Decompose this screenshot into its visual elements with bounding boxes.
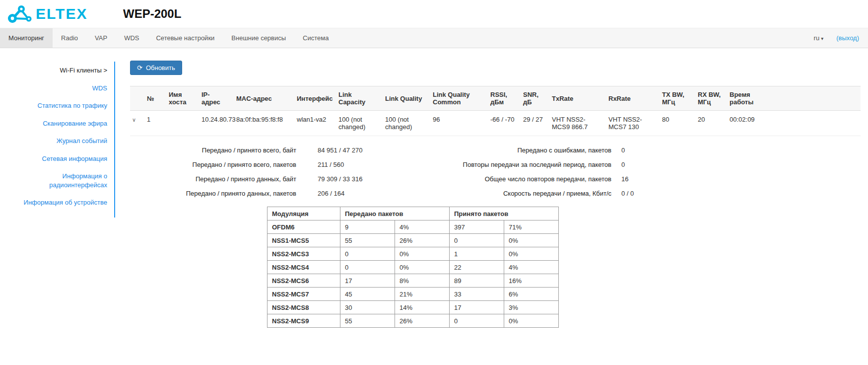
- wifi-clients-table: №Имя хостаIP-адресMAC-адресИнтерфейсLink…: [130, 86, 861, 136]
- sidebar: Wi-Fi клиенты >WDSСтатистика по трафикуС…: [0, 48, 115, 218]
- language-selector[interactable]: ru▾: [814, 34, 824, 42]
- mod-cell-tx-percent: 0%: [395, 247, 450, 261]
- stat-row: Передано / принято всего, байт84 951 / 4…: [130, 143, 440, 157]
- mod-cell-tx-count: 9: [340, 220, 395, 234]
- column-header-tx-bw: TX BW, МГц: [658, 86, 694, 111]
- mod-cell-rx-percent: 71%: [504, 220, 559, 234]
- sidebar-item-wds[interactable]: WDS: [5, 79, 107, 97]
- stat-label: Передано с ошибками, пакетов: [440, 146, 611, 154]
- clients-table-body: ∨110.24.80.738a:0f:ba:95:f8:f8wlan1-va21…: [130, 111, 861, 136]
- sidebar-item-air-scan[interactable]: Сканирование эфира: [5, 115, 107, 133]
- column-header-link-quality-common: Link Quality Common: [429, 86, 486, 111]
- refresh-button-label: Обновить: [146, 64, 175, 72]
- client-cell-rx-bw: 20: [694, 111, 726, 136]
- client-cell-mac: 8a:0f:ba:95:f8:f8: [232, 111, 293, 136]
- client-statistics: Передано / принято всего, байт84 951 / 4…: [130, 143, 861, 201]
- stat-label: Повторы передачи за последний период, па…: [440, 161, 611, 168]
- mod-cell-rx-count: 0: [450, 234, 504, 247]
- stat-row: Передано / принято всего, пакетов211 / 5…: [130, 157, 440, 172]
- sidebar-item-radio-interfaces-info[interactable]: Информация о радиоинтерфейсах: [5, 167, 107, 194]
- sidebar-item-traffic-stats[interactable]: Статистика по трафику: [5, 97, 107, 115]
- mod-cell-mod-name: NSS1-MCS5: [267, 234, 340, 247]
- mod-cell-tx-percent: 26%: [395, 314, 450, 328]
- stat-label: Передано / принято всего, пакетов: [130, 161, 296, 168]
- nav-tab-external-services[interactable]: Внешние сервисы: [223, 28, 294, 48]
- client-cell-link-capacity: 100 (not changed): [334, 111, 381, 136]
- mod-cell-mod-name: NSS2-MCS8: [267, 301, 340, 314]
- client-cell-rssi: -66 / -70: [486, 111, 519, 136]
- modulation-row: NSS2-MCS95526%00%: [267, 314, 559, 328]
- stat-value: 0: [621, 161, 625, 168]
- modulation-row: NSS2-MCS300%10%: [267, 247, 559, 261]
- client-cell-link-quality: 100 (not changed): [381, 111, 429, 136]
- mod-cell-tx-percent: 0%: [395, 261, 450, 274]
- stat-value: 206 / 164: [318, 190, 344, 197]
- stat-value: 211 / 560: [318, 161, 344, 168]
- mod-cell-tx-percent: 14%: [395, 301, 450, 314]
- eltex-logo-icon: [7, 4, 33, 24]
- mod-cell-mod-name: OFDM6: [267, 220, 340, 234]
- nav-tab-network-settings[interactable]: Сетевые настройки: [147, 28, 223, 48]
- mod-cell-tx-count: 0: [340, 261, 395, 274]
- modulation-table-body: OFDM694%39771%NSS1-MCS55526%00%NSS2-MCS3…: [267, 220, 559, 328]
- logout-link[interactable]: (выход): [836, 34, 859, 42]
- modulation-row: NSS2-MCS400%224%: [267, 261, 559, 274]
- column-header-rssi: RSSI, дБм: [486, 86, 519, 111]
- client-cell-tx-bw: 80: [658, 111, 694, 136]
- client-cell-num: 1: [143, 111, 165, 136]
- column-header-mac: MAC-адрес: [232, 86, 293, 111]
- mod-cell-tx-count: 55: [340, 234, 395, 247]
- nav-tab-monitoring[interactable]: Мониторинг: [0, 28, 53, 48]
- mod-header-tx-packets: Передано пакетов: [340, 207, 450, 220]
- client-cell-rxrate: VHT NSS2-MCS7 130: [604, 111, 658, 136]
- column-header-num: №: [143, 86, 165, 111]
- column-header-iface: Интерфейс: [293, 86, 334, 111]
- column-header-ip: IP-адрес: [198, 86, 232, 111]
- client-row: ∨110.24.80.738a:0f:ba:95:f8:f8wlan1-va21…: [130, 111, 861, 136]
- stat-value: 79 309 / 33 316: [318, 175, 362, 183]
- mod-cell-tx-count: 45: [340, 288, 395, 301]
- nav-tab-wds[interactable]: WDS: [116, 28, 147, 48]
- page-layout: Wi-Fi клиенты >WDSСтатистика по трафикуС…: [0, 48, 868, 343]
- mod-cell-tx-percent: 26%: [395, 234, 450, 247]
- refresh-icon: ⟳: [137, 64, 142, 72]
- nav-tab-system[interactable]: Система: [294, 28, 337, 48]
- mod-cell-rx-percent: 0%: [504, 234, 559, 247]
- column-header-txrate: TxRate: [548, 86, 604, 111]
- stat-row: Передано с ошибками, пакетов0: [440, 143, 798, 157]
- mod-cell-rx-count: 89: [450, 274, 504, 288]
- sidebar-item-device-info[interactable]: Информация об устройстве: [5, 194, 107, 212]
- column-header-link-capacity: Link Capacity: [334, 86, 381, 111]
- mod-header-rx-packets: Принято пакетов: [450, 207, 559, 220]
- nav-tab-radio[interactable]: Radio: [53, 28, 86, 48]
- stat-label: Передано / принято данных, пакетов: [130, 190, 296, 197]
- chevron-down-icon[interactable]: ∨: [132, 117, 136, 123]
- stat-value: 84 951 / 47 270: [318, 146, 362, 154]
- stat-row: Передано / принято данных, байт79 309 / …: [130, 172, 440, 186]
- client-cell-snr: 29 / 27: [519, 111, 548, 136]
- stat-label: Передано / принято данных, байт: [130, 175, 296, 183]
- mod-cell-tx-count: 55: [340, 314, 395, 328]
- mod-cell-mod-name: NSS2-MCS3: [267, 247, 340, 261]
- mod-cell-rx-count: 17: [450, 301, 504, 314]
- stat-row: Общее число повторов передачи, пакетов16: [440, 172, 798, 186]
- modulation-row: OFDM694%39771%: [267, 220, 559, 234]
- mod-cell-tx-percent: 4%: [395, 220, 450, 234]
- client-cell-uptime: 00:02:09: [726, 111, 861, 136]
- stat-value: 0 / 0: [621, 190, 634, 197]
- mod-cell-rx-count: 22: [450, 261, 504, 274]
- nav-tab-vap[interactable]: VAP: [86, 28, 116, 48]
- sidebar-item-wifi-clients[interactable]: Wi-Fi клиенты >: [5, 62, 107, 79]
- stat-label: Общее число повторов передачи, пакетов: [440, 175, 611, 183]
- mod-cell-rx-percent: 16%: [504, 274, 559, 288]
- refresh-button[interactable]: ⟳ Обновить: [130, 61, 182, 75]
- sidebar-item-event-log[interactable]: Журнал событий: [5, 132, 107, 150]
- mod-cell-rx-count: 33: [450, 288, 504, 301]
- stat-label: Скорость передачи / приема, Кбит/с: [440, 190, 611, 197]
- column-header-link-quality: Link Quality: [381, 86, 429, 111]
- mod-cell-tx-percent: 8%: [395, 274, 450, 288]
- sidebar-item-network-info[interactable]: Сетевая информация: [5, 150, 107, 168]
- stat-row: Передано / принято данных, пакетов206 / …: [130, 186, 440, 201]
- column-header-snr: SNR, дБ: [519, 86, 548, 111]
- client-cell-link-quality-common: 96: [429, 111, 486, 136]
